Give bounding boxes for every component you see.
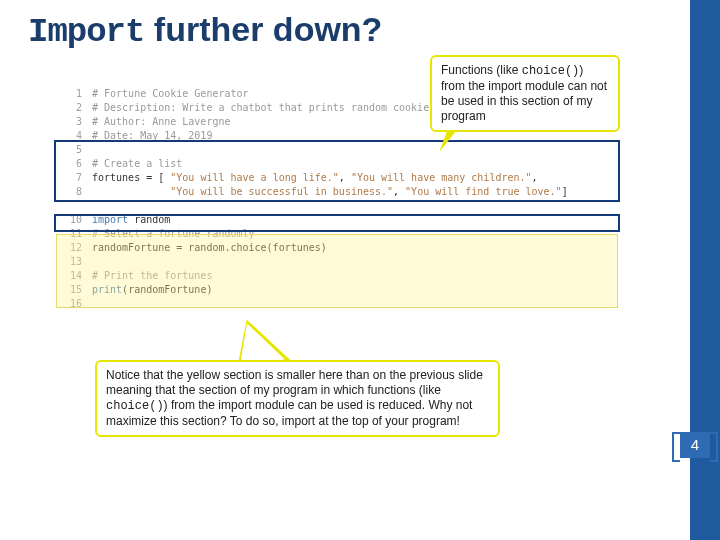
callout-top-code: choice(): [522, 64, 580, 78]
line-number-gutter: 1 2 3 4 5 6 7 8 10 11 12 13 14 15 16: [60, 85, 88, 320]
callout-bottom-code: choice(): [106, 399, 164, 413]
title-rest: further down?: [144, 10, 382, 48]
page-number: 4: [691, 436, 699, 453]
callout-bottom: Notice that the yellow section is smalle…: [95, 360, 500, 437]
callout-top-text-prefix: Functions (like: [441, 63, 522, 77]
slide-title: Import further down?: [28, 10, 382, 51]
callout-bottom-text-prefix: Notice that the yellow section is smalle…: [106, 368, 483, 397]
title-mono: Import: [28, 13, 144, 51]
callout-top: Functions (like choice()) from the impor…: [430, 55, 620, 132]
page-number-badge: 4: [680, 432, 710, 458]
